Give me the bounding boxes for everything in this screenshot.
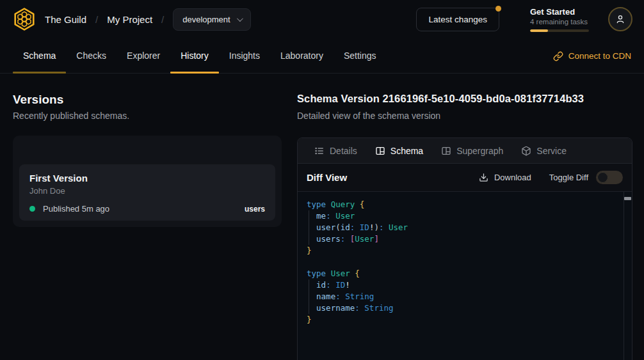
notification-dot [495,6,501,12]
get-started-subtitle: 4 remaining tasks [530,18,589,26]
top-header: The Guild / My Project / development Lat… [0,0,644,38]
scrollbar-thumb[interactable] [624,197,631,200]
version-name: First Version [29,173,265,184]
user-avatar-button[interactable] [608,7,632,31]
connect-to-cdn-link[interactable]: Connect to CDN [553,38,631,74]
tab-history[interactable]: History [170,38,219,73]
target-select[interactable]: development [173,8,250,31]
download-button[interactable]: Download [479,173,531,182]
published-status-dot [29,206,35,212]
code-content: type Query { me: User user(id: ID!): Use… [298,192,632,333]
detail-tabbar: Details Schema Supergraph Service [298,138,632,164]
download-icon [479,173,488,182]
schema-version-title: Schema Version 2166196f-5e10-4059-bd0a-0… [297,93,584,105]
versions-heading: Versions [13,93,63,107]
tab-checks[interactable]: Checks [66,38,117,73]
tab-schema[interactable]: Schema [13,38,66,73]
breadcrumb-org[interactable]: The Guild [45,14,86,25]
breadcrumb-separator: / [161,14,164,25]
schema-code-viewer[interactable]: type Query { me: User user(id: ID!): Use… [298,191,632,360]
tab-laboratory[interactable]: Laboratory [270,38,334,73]
cube-icon [521,146,531,156]
target-select-value: development [182,15,230,24]
list-icon [314,146,325,156]
toggle-diff-label: Toggle Diff [549,173,588,182]
schema-version-panel: Details Schema Supergraph Service Diff V… [297,137,632,360]
columns-icon [441,146,451,156]
get-started-progress-fill [530,29,548,32]
chevron-down-icon [237,15,243,22]
main-navbar: Schema Checks Explorer History Insights … [0,38,644,74]
columns-icon [375,146,385,156]
tab-insights[interactable]: Insights [219,38,270,73]
version-list-item[interactable]: First Version John Doe Published 5m ago … [19,164,275,221]
link-icon [553,51,563,61]
schema-version-subtitle: Detailed view of the schema version [297,111,440,121]
tab-supergraph[interactable]: Supergraph [432,138,512,163]
get-started-title: Get Started [530,7,589,17]
tab-explorer[interactable]: Explorer [117,38,170,73]
get-started-progress [530,29,589,32]
person-icon [615,13,626,25]
toggle-diff-switch[interactable] [596,171,623,184]
breadcrumb-project[interactable]: My Project [107,14,152,25]
diff-view-title: Diff View [307,172,347,183]
tab-details[interactable]: Details [305,138,366,163]
latest-changes-button[interactable]: Latest changes [416,8,499,31]
indent-guide [309,210,309,245]
breadcrumb-separator: / [95,14,98,25]
toggle-knob [597,172,608,183]
tab-service[interactable]: Service [512,138,576,163]
version-author: John Doe [29,186,265,196]
tab-settings[interactable]: Settings [334,38,387,73]
get-started-widget[interactable]: Get Started 4 remaining tasks [530,7,589,32]
versions-list: First Version John Doe Published 5m ago … [13,136,282,227]
version-status: Published 5m ago [43,204,109,214]
versions-subtitle: Recently published schemas. [13,111,129,121]
version-service-badge: users [245,205,265,214]
guild-logo-icon[interactable] [12,6,37,32]
diff-view-header: Diff View Download Toggle Diff [298,164,632,191]
indent-guide [309,279,309,314]
code-scrollbar[interactable] [624,192,632,360]
tab-schema-view[interactable]: Schema [366,138,432,163]
